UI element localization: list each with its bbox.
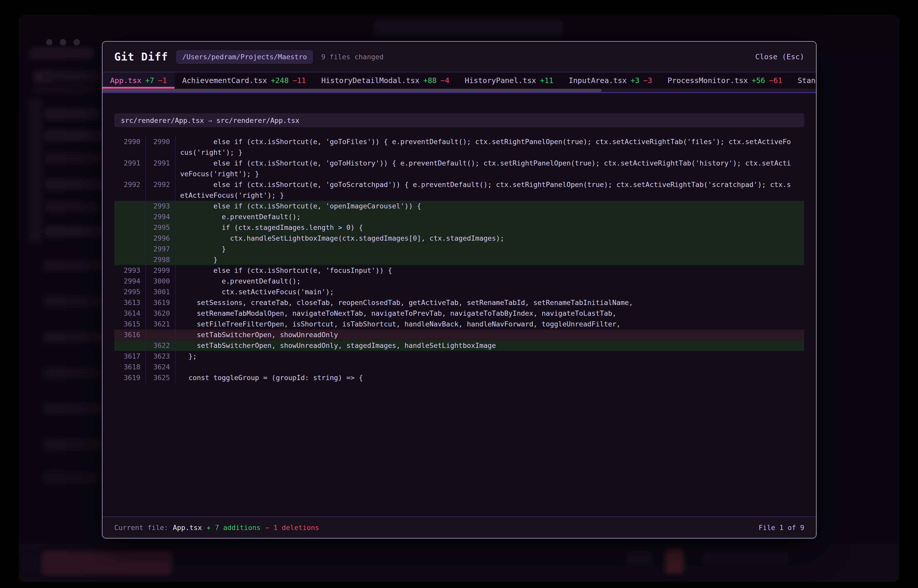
code-line: const toggleGroup = (groupId: string) =>… (176, 372, 804, 383)
background-sidebar-item (44, 201, 99, 213)
new-line-number: 2997 (146, 244, 176, 254)
tab-scrollbar-thumb[interactable] (102, 89, 602, 92)
tab-file-name: Stand (798, 76, 816, 85)
file-tab-ProcessMonitor.tsx[interactable]: ProcessMonitor.tsx+56−61 (660, 72, 790, 89)
new-line-number: 3624 (146, 362, 176, 372)
new-line-number: 3621 (146, 319, 176, 330)
code-line (176, 362, 804, 372)
new-line-number: 3623 (146, 351, 176, 362)
traffic-light-zoom-icon[interactable] (74, 39, 80, 45)
tab-file-name: InputArea.tsx (568, 76, 627, 85)
git-diff-header: Git Diff /Users/pedram/Projects/Maestro … (102, 42, 816, 72)
diff-table: 29902990 else if (ctx.isShortcut(e, 'goT… (114, 136, 804, 383)
background-sidebar-item (44, 472, 98, 483)
background-sidebar-item (44, 108, 100, 120)
tab-additions: +248 (271, 76, 289, 85)
close-button[interactable]: Close (Esc) (755, 52, 804, 61)
file-tab-InputArea.tsx[interactable]: InputArea.tsx+3−3 (561, 72, 660, 89)
file-path-to: src/renderer/App.tsx (216, 116, 299, 124)
file-tab-App.tsx[interactable]: App.tsx+7−1 (102, 72, 175, 89)
code-line: setTabSwitcherOpen, showUnreadOnly, stag… (176, 340, 804, 351)
tab-additions: +3 (630, 76, 640, 85)
files-changed-label: 9 files changed (321, 53, 384, 61)
background-red-icon-button[interactable] (665, 549, 684, 574)
background-bottom-bar (19, 544, 899, 582)
background-sidebar-item (44, 178, 109, 190)
code-line: setTabSwitcherOpen, showUnreadOnly (176, 330, 804, 340)
old-line-number: 2995 (114, 287, 146, 297)
traffic-light-minimize-icon[interactable] (60, 39, 66, 45)
background-bottom-control (627, 551, 652, 564)
diff-content: src/renderer/App.tsx → src/renderer/App.… (102, 93, 816, 383)
old-line-number: 2994 (114, 276, 146, 287)
tab-file-name: HistoryDetailModal.tsx (321, 76, 419, 85)
footer-summary: Current file: App.tsx + 7 additions − 1 … (114, 523, 319, 531)
code-line: ctx.setActiveFocus('main'); (176, 287, 804, 297)
old-line-number: 3616 (114, 330, 146, 340)
new-line-number: 2998 (146, 254, 176, 265)
code-line: setRenameTabModalOpen, navigateToNextTab… (176, 308, 804, 319)
tab-file-name: HistoryPanel.tsx (465, 76, 536, 85)
current-file-label: Current file: (114, 523, 168, 531)
additions-count: + 7 additions (207, 523, 261, 531)
tab-deletions: −3 (643, 76, 652, 85)
deletions-count: − 1 deletions (265, 523, 319, 531)
new-line-number: 3619 (146, 297, 176, 308)
file-path-header: src/renderer/App.tsx → src/renderer/App.… (114, 113, 804, 127)
old-line-number: 2991 (114, 158, 146, 179)
background-tab-strip (374, 20, 563, 36)
background-sidebar-item (44, 130, 111, 142)
tab-additions: +56 (751, 76, 765, 85)
code-line: setFileTreeFilterOpen, isShortcut, isTab… (176, 319, 804, 330)
code-line: else if (ctx.isShortcut(e, 'goToHistory'… (176, 158, 804, 179)
code-line: ctx.handleSetLightboxImage(ctx.stagedIma… (176, 233, 804, 244)
new-line-number: 3001 (146, 287, 176, 297)
background-danger-button[interactable] (42, 551, 172, 575)
tab-scrollbar-track[interactable] (102, 89, 816, 92)
new-line-number: 2996 (146, 233, 176, 244)
new-line-number: 3625 (146, 372, 176, 383)
code-line: else if (ctx.isShortcut(e, 'goToScratchp… (176, 179, 804, 201)
tab-file-name: AchievementCard.tsx (182, 76, 267, 85)
old-line-number: 2993 (114, 265, 146, 276)
old-line-number (114, 201, 146, 212)
git-diff-footer: Current file: App.tsx + 7 additions − 1 … (102, 517, 816, 538)
tab-additions: +88 (423, 76, 437, 85)
old-line-number (114, 340, 146, 351)
background-sidebar-item (34, 84, 99, 94)
traffic-light-close-icon[interactable] (46, 39, 52, 45)
background-sidebar-item (44, 296, 104, 307)
file-path-from: src/renderer/App.tsx (121, 116, 204, 124)
new-line-number: 2990 (146, 136, 176, 158)
background-sidebar-logo (30, 47, 94, 60)
arrow-right-icon: → (208, 116, 212, 124)
background-sidebar-item (43, 71, 102, 82)
background-sidebar-item (44, 260, 108, 271)
tab-deletions: −1 (158, 76, 167, 85)
code-line: e.preventDefault(); (176, 212, 804, 222)
code-line: e.preventDefault(); (176, 276, 804, 287)
modal-title: Git Diff (114, 50, 168, 63)
old-line-number (114, 222, 146, 233)
new-line-number: 3622 (146, 340, 176, 351)
old-line-number: 3614 (114, 308, 146, 319)
background-sidebar-scrollbar[interactable] (29, 99, 43, 242)
code-line: } (176, 254, 804, 265)
new-line-number: 2992 (146, 179, 176, 201)
tab-deletions: −11 (293, 76, 306, 85)
code-line: else if (ctx.isShortcut(e, 'openImageCar… (176, 201, 804, 212)
new-line-number: 2993 (146, 201, 176, 212)
background-sidebar-item (44, 331, 108, 343)
new-line-number: 2994 (146, 212, 176, 222)
tab-file-name: App.tsx (110, 76, 141, 85)
file-tab-AchievementCard.tsx[interactable]: AchievementCard.tsx+248−11 (175, 72, 314, 89)
file-tab-Stand[interactable]: Stand (790, 72, 816, 89)
background-sidebar-item (44, 403, 107, 414)
file-tab-HistoryPanel.tsx[interactable]: HistoryPanel.tsx+11 (457, 72, 561, 89)
tab-additions: +11 (540, 76, 553, 85)
file-tab-HistoryDetailModal.tsx[interactable]: HistoryDetailModal.tsx+88−4 (314, 72, 457, 89)
background-sidebar-item (44, 439, 103, 450)
old-line-number: 3619 (114, 372, 146, 383)
old-line-number (114, 233, 146, 244)
code-line: } (176, 244, 804, 254)
